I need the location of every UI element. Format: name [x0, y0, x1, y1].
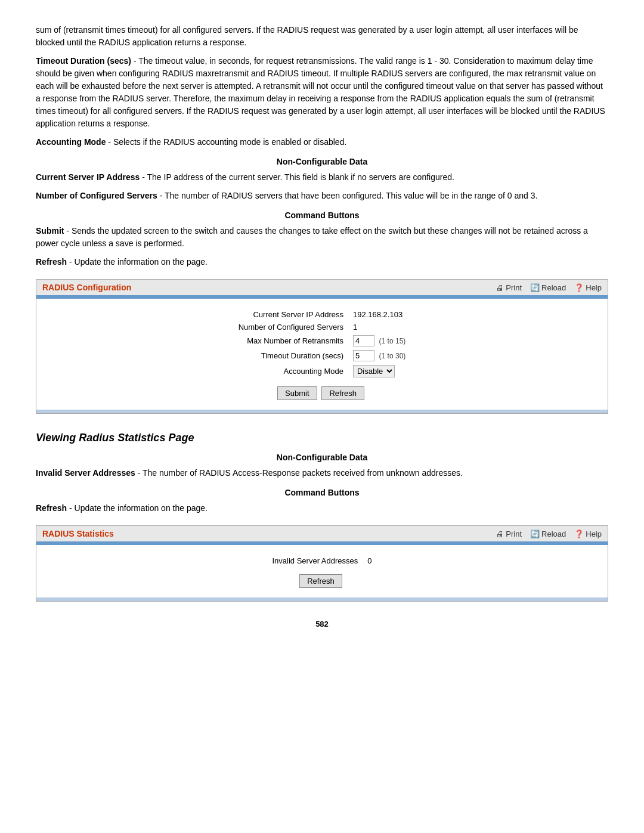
stats-help-action[interactable]: ❓ Help	[574, 529, 602, 538]
stats-refresh-button[interactable]: Refresh	[299, 574, 342, 588]
num-servers-para: Number of Configured Servers - The numbe…	[36, 190, 608, 202]
refresh-label: Refresh	[36, 257, 67, 267]
reload-label: Reload	[541, 283, 566, 292]
radius-stats-panel: RADIUS Statistics 🖨 Print 🔄 Reload ❓ Hel…	[36, 525, 608, 602]
num-servers-desc: - The number of RADIUS servers that have…	[157, 191, 538, 200]
help-icon: ❓	[574, 283, 584, 292]
stats-panel-footer	[36, 597, 608, 601]
table-row: Invalid Server Addresses 0	[268, 555, 375, 567]
field-value: 1	[349, 321, 409, 333]
field-value: (1 to 30)	[349, 348, 409, 363]
current-ip-label: Current Server IP Address	[36, 172, 140, 182]
stats-reload-action[interactable]: 🔄 Reload	[530, 529, 566, 538]
field-label: Max Number of Retransmits	[235, 333, 349, 348]
panel-footer	[36, 410, 608, 413]
refresh-button[interactable]: Refresh	[321, 386, 364, 400]
invalid-field-label: Invalid Server Addresses	[268, 555, 364, 567]
viewing-refresh-label: Refresh	[36, 503, 67, 513]
accounting-label: Accounting Mode	[36, 137, 106, 147]
current-ip-desc: - The IP address of the current server. …	[140, 172, 454, 182]
viewing-non-configurable-heading: Non-Configurable Data	[36, 453, 608, 462]
invalid-para: Invalid Server Addresses - The number of…	[36, 467, 608, 479]
print-label: Print	[506, 283, 522, 292]
invalid-label: Invalid Server Addresses	[36, 468, 135, 478]
radius-config-body: Current Server IP Address 192.168.2.103 …	[36, 299, 608, 410]
timeout-hint: (1 to 30)	[379, 352, 406, 360]
radius-config-title: RADIUS Configuration	[42, 283, 131, 292]
command-buttons-heading: Command Buttons	[36, 210, 608, 220]
max-retransmits-input[interactable]	[353, 335, 374, 346]
submit-para: Submit - Sends the updated screen to the…	[36, 225, 608, 250]
submit-button[interactable]: Submit	[277, 386, 317, 400]
stats-button-row: Refresh	[48, 574, 596, 588]
stats-panel-actions: 🖨 Print 🔄 Reload ❓ Help	[496, 529, 602, 538]
stats-print-label: Print	[506, 529, 522, 538]
table-row: Current Server IP Address 192.168.2.103	[235, 308, 410, 321]
panel-actions: 🖨 Print 🔄 Reload ❓ Help	[496, 283, 602, 292]
table-row: Number of Configured Servers 1	[235, 321, 410, 333]
non-configurable-heading: Non-Configurable Data	[36, 157, 608, 166]
radius-config-header: RADIUS Configuration 🖨 Print 🔄 Reload ❓ …	[36, 280, 608, 296]
table-row: Max Number of Retransmits (1 to 15)	[235, 333, 410, 348]
page-number: 582	[36, 620, 608, 628]
stats-reload-label: Reload	[541, 529, 566, 538]
field-label: Current Server IP Address	[235, 308, 349, 321]
accounting-para: Accounting Mode - Selects if the RADIUS …	[36, 136, 608, 148]
radius-stats-header: RADIUS Statistics 🖨 Print 🔄 Reload ❓ Hel…	[36, 526, 608, 543]
invalid-desc: - The number of RADIUS Access-Response p…	[135, 468, 463, 478]
timeout-duration-input[interactable]	[353, 350, 374, 361]
stats-print-action[interactable]: 🖨 Print	[496, 529, 522, 538]
radius-stats-form: Invalid Server Addresses 0	[268, 555, 375, 567]
print-icon: 🖨	[496, 283, 504, 292]
stats-help-icon: ❓	[574, 529, 584, 538]
help-action[interactable]: ❓ Help	[574, 283, 602, 292]
field-value: Disable Enable	[349, 363, 409, 379]
reload-action[interactable]: 🔄 Reload	[530, 283, 566, 292]
timeout-desc: - The timeout value, in seconds, for req…	[36, 56, 605, 128]
accounting-desc: - Selects if the RADIUS accounting mode …	[106, 137, 346, 147]
intro-para1: sum of (retransmit times timeout) for al…	[36, 24, 608, 49]
radius-stats-body: Invalid Server Addresses 0 Refresh	[36, 545, 608, 597]
radius-config-form: Current Server IP Address 192.168.2.103 …	[235, 308, 410, 379]
viewing-section: Viewing Radius Statistics Page Non-Confi…	[36, 432, 608, 515]
field-label: Number of Configured Servers	[235, 321, 349, 333]
field-label: Accounting Mode	[235, 363, 349, 379]
field-label: Timeout Duration (secs)	[235, 348, 349, 363]
radius-config-panel: RADIUS Configuration 🖨 Print 🔄 Reload ❓ …	[36, 279, 608, 414]
print-action[interactable]: 🖨 Print	[496, 283, 522, 292]
stats-reload-icon: 🔄	[530, 529, 540, 538]
refresh-para: Refresh - Update the information on the …	[36, 256, 608, 268]
viewing-refresh-para: Refresh - Update the information on the …	[36, 502, 608, 515]
invalid-field-value: 0	[364, 555, 375, 567]
reload-icon: 🔄	[530, 283, 540, 292]
timeout-para: Timeout Duration (secs) - The timeout va…	[36, 55, 608, 130]
viewing-command-heading: Command Buttons	[36, 488, 608, 497]
table-row: Timeout Duration (secs) (1 to 30)	[235, 348, 410, 363]
table-row: Accounting Mode Disable Enable	[235, 363, 410, 379]
field-value: (1 to 15)	[349, 333, 409, 348]
current-ip-para: Current Server IP Address - The IP addre…	[36, 171, 608, 184]
submit-desc: - Sends the updated screen to the switch…	[36, 226, 588, 248]
viewing-refresh-desc: - Update the information on the page.	[67, 503, 208, 513]
config-button-row: Submit Refresh	[48, 386, 596, 400]
accounting-mode-select[interactable]: Disable Enable	[353, 365, 395, 377]
field-value: 192.168.2.103	[349, 308, 409, 321]
stats-print-icon: 🖨	[496, 529, 504, 538]
viewing-heading: Viewing Radius Statistics Page	[36, 432, 608, 444]
submit-label: Submit	[36, 226, 64, 236]
help-label: Help	[586, 283, 602, 292]
radius-stats-title: RADIUS Statistics	[42, 529, 114, 538]
retransmits-hint: (1 to 15)	[379, 337, 406, 345]
timeout-label: Timeout Duration (secs)	[36, 56, 131, 66]
num-servers-label: Number of Configured Servers	[36, 191, 157, 200]
refresh-desc: - Update the information on the page.	[67, 257, 208, 267]
stats-help-label: Help	[586, 529, 602, 538]
